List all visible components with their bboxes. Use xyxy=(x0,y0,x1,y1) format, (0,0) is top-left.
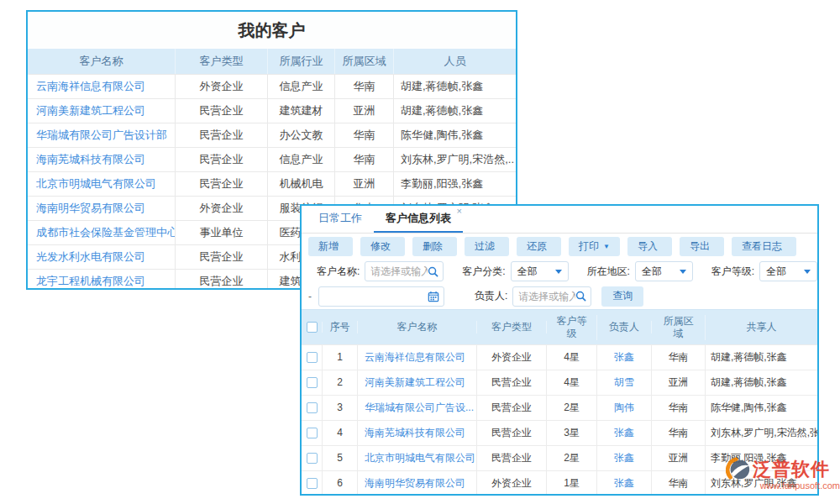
industry-cell: 机械机电 xyxy=(268,172,335,196)
customer-name-input-wrap xyxy=(365,261,444,281)
index-cell: 5 xyxy=(323,446,358,470)
customer-name-input[interactable] xyxy=(365,263,428,280)
toolbar-button[interactable]: 打印 ▼ xyxy=(569,237,620,256)
customer-name-link[interactable]: 光发水利水电有限公司 xyxy=(28,245,176,269)
customer-category-select[interactable]: 全部 xyxy=(511,261,569,281)
industry-cell: 信息产业 xyxy=(268,148,335,171)
chevron-down-icon xyxy=(804,270,811,274)
customer-name-link[interactable]: 成都市社会保险基金管理中心 xyxy=(28,221,176,244)
row-checkbox[interactable] xyxy=(307,377,318,388)
customer-name-link[interactable]: 海南明华贸易有限公司 xyxy=(28,197,176,220)
my-customers-header-row: 客户名称 客户类型 所属行业 所属区域 人员 xyxy=(28,49,516,74)
customer-name-link[interactable]: 北京市明城电气有限公司 xyxy=(358,446,477,470)
customer-name-link[interactable]: 海南芜城科技有限公司 xyxy=(28,148,176,171)
customer-name-link[interactable]: 海南芜城科技有限公司 xyxy=(358,421,477,445)
query-button[interactable]: 查询 xyxy=(601,286,643,307)
tab-customer-info-list[interactable]: 客户信息列表 × xyxy=(374,206,463,233)
vendor-name: 泛普软件 xyxy=(753,457,830,482)
customer-grade-select[interactable]: 全部 xyxy=(759,261,817,281)
region-cell: 华南 xyxy=(335,123,394,147)
select-value: 全部 xyxy=(766,265,786,279)
fanpu-logo-icon xyxy=(726,457,751,482)
customer-name-link[interactable]: 海南明华贸易有限公司 xyxy=(358,471,477,496)
table-row: 河南美新建筑工程公司 民营企业 建筑建材 亚洲 胡建,蒋德帧,张鑫 xyxy=(28,98,516,123)
customer-name-label: 客户名称: xyxy=(317,265,360,279)
select-all-checkbox-cell xyxy=(302,322,323,333)
toolbar-button[interactable]: 新增 xyxy=(308,237,353,256)
column-header-type: 客户类型 xyxy=(477,321,547,333)
industry-cell: 办公文教 xyxy=(268,123,335,147)
customer-type-cell: 民营企业 xyxy=(176,172,268,196)
date-input[interactable] xyxy=(319,288,428,305)
owner-link[interactable]: 张鑫 xyxy=(597,446,652,470)
row-checkbox[interactable] xyxy=(307,478,318,489)
tab-label: 客户信息列表 xyxy=(386,212,451,224)
filter-row-2: - 负责人: 查询 xyxy=(302,283,817,309)
table-row: 3 华瑞城有限公司广告设... 民营企业 2星 陶伟 华南 陈华健,陶伟,张鑫 xyxy=(302,395,817,420)
customer-name-link[interactable]: 河南美新建筑工程公司 xyxy=(358,370,477,395)
row-checkbox[interactable] xyxy=(307,402,318,413)
close-icon[interactable]: × xyxy=(457,207,462,216)
table-row: 北京市明城电气有限公司 民营企业 机械机电 亚洲 李勤丽,阳强,张鑫 xyxy=(28,171,516,196)
staff-cell: 陈华健,陶伟,张鑫 xyxy=(394,123,516,147)
row-checkbox[interactable] xyxy=(307,428,318,438)
chevron-down-icon: ▼ xyxy=(603,243,610,250)
owner-link[interactable]: 张鑫 xyxy=(597,471,652,496)
select-all-checkbox[interactable] xyxy=(307,322,318,333)
customer-type-cell: 民营企业 xyxy=(176,123,268,147)
screen: 我的客户 客户名称 客户类型 所属行业 所属区域 人员 云南海祥信息有限公司 外… xyxy=(0,0,840,504)
customer-type-cell: 外资企业 xyxy=(477,471,547,496)
index-cell: 4 xyxy=(323,421,358,445)
row-checkbox[interactable] xyxy=(307,352,318,363)
toolbar-button[interactable]: 删除 xyxy=(412,237,457,256)
industry-cell: 建筑建材 xyxy=(268,99,335,123)
search-icon[interactable] xyxy=(575,291,586,302)
customer-info-panel: 日常工作 客户信息列表 × 新增 修改 删除 xyxy=(300,204,819,496)
chevron-down-icon xyxy=(680,270,686,274)
index-cell: 3 xyxy=(323,396,358,420)
tab-daily-work[interactable]: 日常工作 xyxy=(307,206,374,233)
search-icon[interactable] xyxy=(428,266,438,277)
toolbar-button[interactable]: 修改 xyxy=(360,237,405,256)
toolbar-button[interactable]: 导出 xyxy=(680,237,724,256)
owner-input[interactable] xyxy=(513,288,575,305)
row-checkbox-cell xyxy=(302,421,323,445)
table-row: 1 云南海祥信息有限公司 外资企业 4星 张鑫 华南 胡建,蒋德帧,张鑫 xyxy=(302,344,817,370)
customer-type-cell: 外资企业 xyxy=(176,75,268,98)
toolbar-button[interactable]: 查看日志 xyxy=(732,237,796,256)
toolbar: 新增 修改 删除 过滤 还原 xyxy=(302,234,817,260)
customer-name-link[interactable]: 北京市明城电气有限公司 xyxy=(28,172,176,196)
grade-cell: 3星 xyxy=(547,421,597,445)
row-checkbox-cell xyxy=(302,345,323,370)
customer-type-cell: 民营企业 xyxy=(477,421,547,445)
toolbar-button[interactable]: 过滤 xyxy=(465,237,509,256)
calendar-icon[interactable] xyxy=(428,291,439,302)
toolbar-button[interactable]: 还原 xyxy=(517,237,561,256)
customer-name-link[interactable]: 龙宇工程机械有限公司 xyxy=(28,270,176,290)
index-cell: 6 xyxy=(323,471,358,496)
customer-name-link[interactable]: 华瑞城有限公司广告设计部 xyxy=(28,123,176,147)
district-select[interactable]: 全部 xyxy=(635,261,693,281)
toolbar-button[interactable]: 导入 xyxy=(627,237,672,256)
customer-grade-label: 客户等级: xyxy=(711,265,754,279)
table-row: 2 河南美新建筑工程公司 民营企业 4星 胡雪 亚洲 胡建,蒋德帧,张鑫 xyxy=(302,370,817,395)
customer-name-link[interactable]: 河南美新建筑工程公司 xyxy=(28,99,176,123)
region-cell: 华南 xyxy=(652,396,706,420)
column-header-name: 客户名称 xyxy=(28,49,176,74)
row-checkbox-cell xyxy=(302,396,323,420)
customer-name-link[interactable]: 华瑞城有限公司广告设... xyxy=(358,396,477,420)
customer-name-link[interactable]: 云南海祥信息有限公司 xyxy=(28,75,176,98)
owner-link[interactable]: 胡雪 xyxy=(597,370,652,395)
index-cell: 2 xyxy=(323,370,358,395)
grade-cell: 1星 xyxy=(547,471,597,496)
owner-link[interactable]: 张鑫 xyxy=(597,345,652,370)
owner-link[interactable]: 张鑫 xyxy=(597,421,652,445)
row-checkbox[interactable] xyxy=(307,453,318,464)
staff-cell: 刘东林,罗广明,宋浩然,.. xyxy=(394,148,516,171)
column-header-name: 客户名称 xyxy=(358,321,477,333)
customer-name-link[interactable]: 云南海祥信息有限公司 xyxy=(358,345,477,370)
owner-link[interactable]: 陶伟 xyxy=(597,396,652,420)
customer-type-cell: 民营企业 xyxy=(176,148,268,171)
district-label: 所在地区: xyxy=(587,265,630,279)
toolbar-button-label: 还原 xyxy=(527,239,547,254)
